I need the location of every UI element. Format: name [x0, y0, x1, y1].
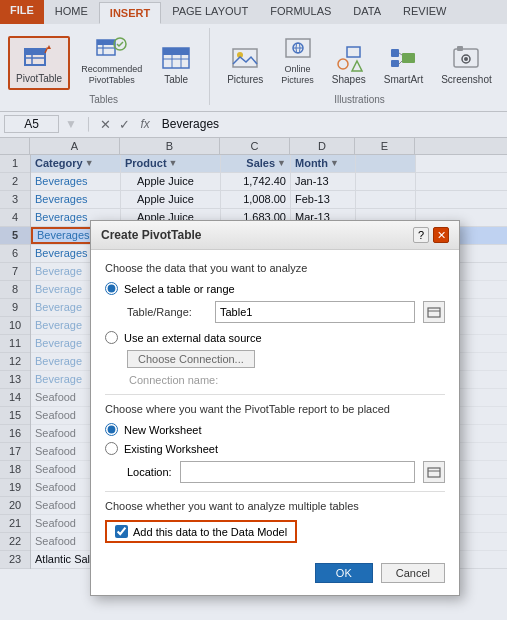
new-worksheet-radio[interactable] [105, 423, 118, 436]
svg-rect-41 [428, 468, 440, 477]
choose-connection-button[interactable]: Choose Connection... [127, 350, 255, 368]
location-row: Location: [127, 461, 445, 483]
dialog-titlebar: Create PivotTable ? ✕ [91, 221, 459, 250]
dialog-controls: ? ✕ [413, 227, 449, 243]
new-worksheet-label: New Worksheet [124, 424, 201, 436]
choose-connection-row: Choose Connection... [127, 350, 445, 368]
table-range-radio[interactable] [105, 282, 118, 295]
external-source-label: Use an external data source [124, 332, 262, 344]
existing-worksheet-label: Existing Worksheet [124, 443, 218, 455]
cancel-button[interactable]: Cancel [381, 563, 445, 583]
external-source-radio[interactable] [105, 331, 118, 344]
table-range-field: Table/Range: [127, 301, 445, 323]
new-worksheet-option[interactable]: New Worksheet [105, 423, 445, 436]
dialog-footer: OK Cancel [91, 555, 459, 595]
data-model-checkbox-container[interactable]: Add this data to the Data Model [105, 520, 297, 543]
dialog-title: Create PivotTable [101, 228, 201, 242]
ok-button[interactable]: OK [315, 563, 373, 583]
placement-options: New Worksheet Existing Worksheet Locatio… [105, 423, 445, 483]
section1-title: Choose the data that you want to analyze [105, 262, 445, 274]
create-pivot-table-dialog: Create PivotTable ? ✕ Choose the data th… [90, 220, 460, 596]
data-source-options: Select a table or range Table/Range: Use… [105, 282, 445, 386]
section2-title: Choose where you want the PivotTable rep… [105, 403, 445, 415]
location-input[interactable] [180, 461, 415, 483]
external-source-option[interactable]: Use an external data source [105, 331, 445, 344]
separator1 [105, 394, 445, 395]
svg-rect-39 [428, 308, 440, 317]
table-range-option[interactable]: Select a table or range [105, 282, 445, 295]
dialog-help-button[interactable]: ? [413, 227, 429, 243]
external-source-fields: Choose Connection... Connection name: [127, 350, 445, 386]
location-label: Location: [127, 466, 172, 478]
data-model-checkbox[interactable] [115, 525, 128, 538]
section3-title: Choose whether you want to analyze multi… [105, 500, 445, 512]
table-range-label: Select a table or range [124, 283, 235, 295]
data-model-label: Add this data to the Data Model [133, 526, 287, 538]
table-range-row: Table/Range: [127, 301, 445, 323]
connection-name-row: Connection name: [127, 374, 445, 386]
connection-name-label: Connection name: [129, 374, 218, 386]
existing-worksheet-option[interactable]: Existing Worksheet [105, 442, 445, 455]
table-range-input[interactable] [215, 301, 415, 323]
separator2 [105, 491, 445, 492]
location-browse-button[interactable] [423, 461, 445, 483]
dialog-body: Choose the data that you want to analyze… [91, 250, 459, 555]
dialog-close-button[interactable]: ✕ [433, 227, 449, 243]
table-range-field-label: Table/Range: [127, 306, 207, 318]
table-range-browse-button[interactable] [423, 301, 445, 323]
existing-worksheet-radio[interactable] [105, 442, 118, 455]
